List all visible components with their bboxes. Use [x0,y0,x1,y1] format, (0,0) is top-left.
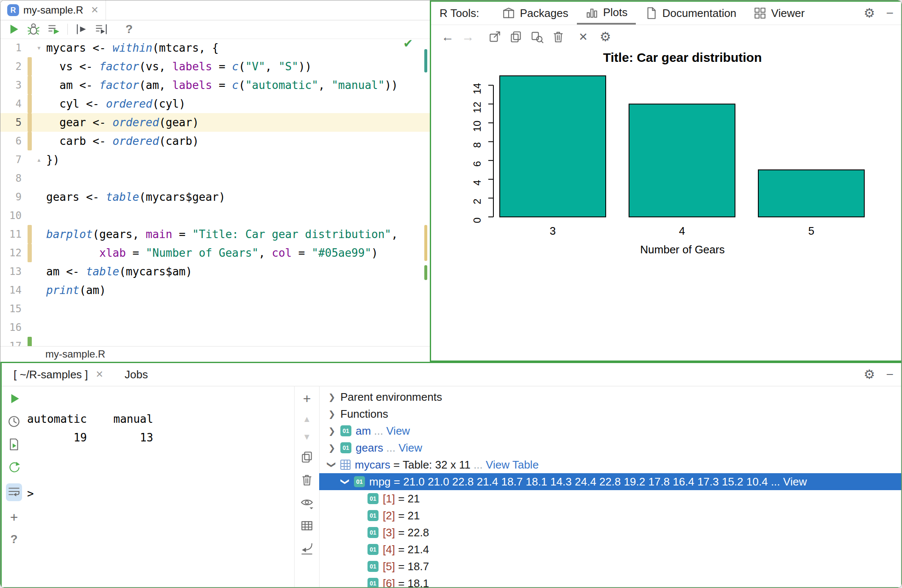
debug-icon[interactable] [27,22,40,36]
close-icon[interactable]: ✕ [96,369,103,380]
copy-plot-icon[interactable] [509,30,523,44]
numeric-type-icon: 01 [340,425,351,436]
environment-tree[interactable]: ❯Parent environments❯Functions❯01am ... … [319,386,901,587]
restart-interpreter-icon[interactable] [7,460,21,474]
code-line[interactable]: 15 [0,300,430,318]
env-row-text: = 21.0 21.0 22.8 21.4 18.7 18.1 14.3 24.… [391,475,771,488]
code-line[interactable]: 11barplot(gears, main = "Title: Car gear… [0,225,430,244]
fold-marker-icon[interactable]: ▴ [32,150,46,169]
chevron-down-icon[interactable]: ❯ [327,459,337,471]
copy-plot-as-image-icon[interactable] [530,30,544,44]
run-from-cursor-icon[interactable] [75,22,88,36]
run-icon[interactable] [7,392,21,405]
env-row[interactable]: ❯Parent environments [319,388,901,405]
help-icon[interactable]: ? [10,533,17,545]
package-icon [502,6,515,20]
code-line[interactable]: 16 [0,318,430,337]
scroll-up-icon[interactable]: ▲ [303,415,311,423]
copy-value-icon[interactable] [300,450,314,464]
code-line[interactable]: 10 [0,206,430,225]
env-row[interactable]: ❯01gears ... View [319,439,901,456]
soft-wrap-toggle[interactable] [6,483,22,501]
code-line[interactable]: 4 cyl <- ordered(cyl) [0,94,430,113]
document-icon [644,6,658,20]
history-icon[interactable] [7,415,21,428]
tab-r-samples-console[interactable]: [ ~/R-samples ] ✕ [14,368,103,381]
code-line[interactable]: 12 xlab = "Number of Gears", col = "#05a… [0,244,430,262]
env-row-text: = Table: 32 x 11 [390,458,473,472]
run-script-icon[interactable] [7,438,21,451]
env-row[interactable]: 01[1] = 21 [319,490,901,507]
view-options-icon[interactable] [300,496,314,510]
code-area[interactable]: 1▾mycars <- within(mtcars, {2 vs <- fact… [0,39,430,347]
env-row[interactable]: ❯01am ... View [319,422,901,439]
console-environment-pane: [ ~/R-samples ] ✕ Jobs ⚙ − [0,362,902,588]
tab-packages[interactable]: Packages [493,2,576,25]
view-link[interactable]: View Table [486,458,539,472]
code-line[interactable]: 7▴}) [0,150,430,169]
run-to-cursor-icon[interactable] [95,22,109,36]
breadcrumb[interactable]: my-sample.R [0,346,430,362]
fold-marker-icon[interactable]: ▾ [32,39,46,57]
gear-icon[interactable]: ⚙ [864,368,875,381]
code-line[interactable]: 9gears <- table(mycars$gear) [0,188,430,206]
env-row[interactable]: 01[3] = 22.8 [319,524,901,541]
change-marker [28,113,32,132]
import-dataset-icon[interactable] [300,542,314,555]
view-link[interactable]: View [386,424,410,438]
chevron-down-icon[interactable]: ❯ [340,476,351,488]
add-icon[interactable]: + [303,392,311,405]
code-line[interactable]: 14print(am) [0,281,430,300]
env-row[interactable]: ❯01mpg = 21.0 21.0 22.8 21.4 18.7 18.1 1… [319,473,901,490]
delete-icon[interactable] [300,473,314,487]
plot-settings-gear-icon[interactable]: ⚙ [600,31,611,43]
line-number: 8 [0,169,22,188]
export-plot-icon[interactable] [488,30,501,44]
tab-jobs[interactable]: Jobs [125,368,148,381]
chevron-right-icon[interactable]: ❯ [326,392,338,402]
env-row[interactable]: 01[2] = 21 [319,507,901,524]
table-view-icon[interactable] [300,519,314,533]
tab-viewer[interactable]: Viewer [745,2,813,25]
env-row-text: = 21 [395,509,420,522]
run-selection-icon[interactable] [47,22,61,36]
editor-tab[interactable]: R my-sample.R ✕ [0,0,106,20]
code-line[interactable]: 17 [0,337,430,347]
add-icon[interactable]: + [10,510,18,524]
minimize-icon[interactable]: − [886,7,894,19]
env-row[interactable]: 01[4] = 21.4 [319,541,901,558]
chevron-right-icon[interactable]: ❯ [326,409,338,419]
close-icon[interactable]: ✕ [91,5,98,16]
env-row-text: Parent environments [340,391,442,404]
code-line[interactable]: 13am <- table(mycars$am) [0,262,430,281]
code-line[interactable]: 2 vs <- factor(vs, labels = c("V", "S")) [0,57,430,76]
code-line[interactable]: 3 am <- factor(am, labels = c("automatic… [0,76,430,94]
clear-plots-icon[interactable]: ✕ [579,31,588,42]
code-line[interactable]: 5 gear <- ordered(gear) [0,113,430,132]
view-link[interactable]: View [398,441,422,455]
console-output[interactable]: automatic manual 19 13 > [27,410,160,503]
env-row[interactable]: ❯Functions [319,405,901,422]
code-line[interactable]: 8 [0,169,430,188]
env-row-text: = 18.1 [395,577,429,588]
env-row[interactable]: 01[5] = 18.7 [319,558,901,575]
help-icon[interactable]: ? [125,23,133,35]
chevron-right-icon[interactable]: ❯ [326,426,338,436]
back-icon[interactable]: ← [441,31,454,43]
tab-documentation[interactable]: Documentation [636,2,745,25]
env-row[interactable]: ❯mycars = Table: 32 x 11 ... View Table [319,456,901,473]
numeric-type-icon: 01 [367,578,379,587]
tab-plots[interactable]: Plots [577,2,636,25]
code-line[interactable]: 1▾mycars <- within(mtcars, { [0,39,430,57]
env-row[interactable]: 01[6] = 18.1 [319,575,901,587]
tab-label: Packages [520,7,568,20]
chevron-right-icon[interactable]: ❯ [326,443,338,453]
gear-icon[interactable]: ⚙ [864,7,875,19]
run-icon[interactable] [6,22,20,36]
breadcrumb-file[interactable]: my-sample.R [45,348,105,360]
scroll-down-icon[interactable]: ▼ [303,433,311,441]
code-line[interactable]: 6 carb <- ordered(carb) [0,132,430,150]
view-link[interactable]: View [783,475,807,488]
minimize-icon[interactable]: − [886,368,894,381]
delete-plot-icon[interactable] [551,30,565,44]
